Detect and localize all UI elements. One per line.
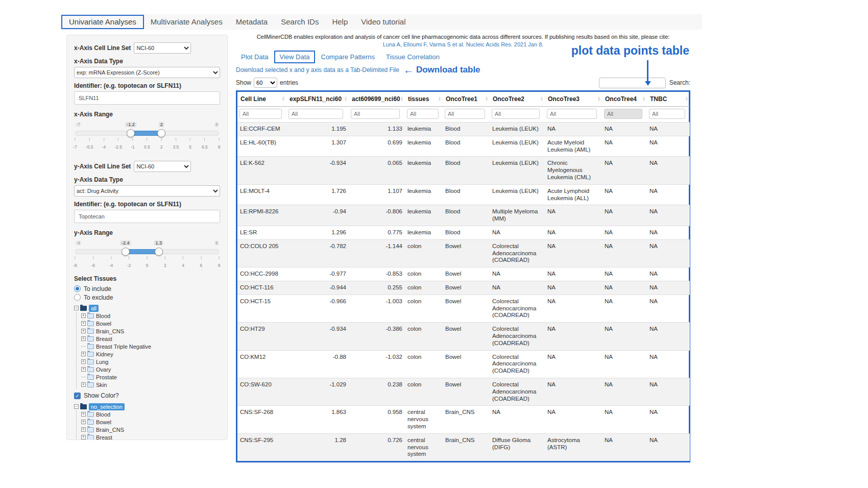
tree-item-ovary[interactable]: +Ovary <box>81 365 220 373</box>
sort-icon[interactable]: ▲▼ <box>485 96 488 102</box>
y-data-type-select[interactable]: act: Drug Activity <box>74 185 220 197</box>
expand-icon[interactable]: + <box>81 359 86 364</box>
nav-tab-video-tutorial[interactable]: Video tutorial <box>354 14 412 30</box>
y-slider-handle-to[interactable] <box>155 248 163 256</box>
column-header-tissues[interactable]: tissues▲▼ <box>405 92 443 107</box>
y-identifier-input[interactable] <box>74 210 220 223</box>
column-filter-oncotree3[interactable] <box>547 109 597 119</box>
filter-cell-expslfn11-nci60 <box>286 107 349 123</box>
sort-icon[interactable]: ▲▼ <box>642 96 645 102</box>
collapse-icon[interactable]: − <box>74 404 79 409</box>
expand-icon[interactable]: + <box>81 412 86 417</box>
tree-item-breast[interactable]: +Breast <box>81 335 220 343</box>
tree-item-breast[interactable]: +Breast <box>81 433 220 440</box>
tree-item-bowel[interactable]: +Bowel <box>81 418 220 426</box>
column-header-oncotree1[interactable]: OncoTree1▲▼ <box>443 92 490 107</box>
column-filter-oncotree4[interactable] <box>604 109 642 119</box>
slider-tick: -4 <box>109 256 113 269</box>
sort-icon[interactable]: ▲▼ <box>438 96 441 102</box>
expand-icon[interactable]: + <box>81 336 86 341</box>
data-table: Cell Line▲▼expSLFN11_nci60▲▼act609699_nc… <box>237 92 690 461</box>
tissue-radio-to-include[interactable]: To include <box>74 284 220 293</box>
sort-icon[interactable]: ▲▼ <box>685 96 688 102</box>
expand-icon[interactable]: + <box>81 427 86 432</box>
tree-item-skin[interactable]: +Skin <box>81 381 220 388</box>
slider-tick: 6 <box>200 256 202 269</box>
tree-item-prostate[interactable]: Prostate <box>81 373 220 381</box>
tissue-radio-group: To includeTo exclude <box>74 284 220 302</box>
y-slider-handle-from[interactable] <box>122 248 130 256</box>
tree-item-bowel[interactable]: +Bowel <box>81 320 220 327</box>
column-header-oncotree4[interactable]: OncoTree4▲▼ <box>602 92 647 107</box>
column-header-oncotree3[interactable]: OncoTree3▲▼ <box>545 92 602 107</box>
column-header-label: TNBC <box>650 95 667 103</box>
nav-tab-univariate-analyses[interactable]: Univariate Analyses <box>61 15 144 29</box>
expand-icon[interactable]: + <box>81 367 86 372</box>
column-filter-tnbc[interactable] <box>649 109 685 119</box>
tree-item-blood[interactable]: +Blood <box>81 312 220 320</box>
show-color-row[interactable]: Show Color? <box>74 391 220 400</box>
column-filter-oncotree1[interactable] <box>445 109 485 119</box>
y-slider-bar[interactable] <box>126 249 159 254</box>
tree-item-kidney[interactable]: +Kidney <box>81 350 220 358</box>
column-filter-act609699-nci60[interactable] <box>351 109 400 119</box>
collapse-icon[interactable]: − <box>74 306 79 310</box>
tree-item-brain-cns[interactable]: +Brain_CNS <box>81 426 220 433</box>
cell: NA <box>490 226 545 239</box>
tree-root-row-all[interactable]: −all <box>74 304 220 312</box>
sort-icon[interactable]: ▲▼ <box>344 96 347 102</box>
sort-icon[interactable]: ▲▼ <box>597 96 600 102</box>
x-identifier-input[interactable] <box>74 91 220 105</box>
expand-icon[interactable]: + <box>81 313 86 318</box>
column-filter-cell-line[interactable] <box>239 109 282 119</box>
tab-plot-data[interactable]: Plot Data <box>236 52 273 62</box>
sort-icon[interactable]: ▲▼ <box>400 96 403 102</box>
x-slider-handle-from[interactable] <box>127 129 135 137</box>
nav-tab-help[interactable]: Help <box>325 14 354 30</box>
sort-icon[interactable]: ▲▼ <box>282 96 285 102</box>
column-header-oncotree2[interactable]: OncoTree2▲▼ <box>490 92 545 107</box>
column-header-act609699-nci60[interactable]: act609699_nci60▲▼ <box>349 92 405 107</box>
column-filter-tissues[interactable] <box>407 109 439 119</box>
nav-tab-metadata[interactable]: Metadata <box>229 14 275 30</box>
tree-item-lung[interactable]: +Lung <box>81 358 220 365</box>
column-filter-expslfn11-nci60[interactable] <box>288 109 343 119</box>
column-header-tnbc[interactable]: TNBC▲▼ <box>647 92 690 107</box>
x-data-type-select[interactable]: exp: mRNA Expression (Z-Score) <box>74 67 220 78</box>
tree-item-blood[interactable]: +Blood <box>81 410 220 418</box>
tree-item-breast-triple-negative[interactable]: Breast Triple Negative <box>81 343 220 350</box>
search-input[interactable] <box>599 78 666 88</box>
x-slider-handle-to[interactable] <box>157 129 165 137</box>
expand-icon[interactable]: + <box>81 382 86 387</box>
expand-icon[interactable]: + <box>81 329 86 333</box>
download-link[interactable]: Download selected x and y axis data as a… <box>236 66 399 74</box>
expand-icon[interactable]: + <box>81 435 86 440</box>
show-color-checkbox[interactable] <box>74 393 81 399</box>
nav-tab-multivariate-analyses[interactable]: Multivariate Analyses <box>144 14 229 30</box>
x-cell-line-set-select[interactable]: NCI-60 <box>134 42 191 54</box>
slider-tick: -7 <box>73 138 77 151</box>
tree-item-brain-cns[interactable]: +Brain_CNS <box>81 327 220 335</box>
column-filter-oncotree2[interactable] <box>492 109 540 119</box>
expand-icon[interactable]: + <box>81 420 86 424</box>
x-slider-bar[interactable] <box>131 131 161 136</box>
column-header-cell-line[interactable]: Cell Line▲▼ <box>237 92 286 107</box>
nav-tab-search-ids[interactable]: Search IDs <box>274 14 325 30</box>
entries-select[interactable]: 60 <box>254 78 277 88</box>
sort-icon[interactable]: ▲▼ <box>540 96 543 102</box>
citation-text: CellMinerCDB enables exploration and ana… <box>236 34 690 40</box>
y-range-slider[interactable]: -8 8 -2.4 1.3 -8-6-4-202468 <box>75 240 219 267</box>
filter-cell-tissues <box>405 107 443 123</box>
y-cell-line-set-select[interactable]: NCI-60 <box>134 161 191 172</box>
expand-icon[interactable]: + <box>81 352 86 356</box>
column-header-expslfn11-nci60[interactable]: expSLFN11_nci60▲▼ <box>286 92 349 107</box>
tab-tissue-correlation[interactable]: Tissue Correlation <box>381 52 445 62</box>
expand-icon[interactable]: + <box>81 321 86 326</box>
tissue-radio-to-exclude[interactable]: To exclude <box>74 293 220 302</box>
tree-root-row-no-selection[interactable]: −no_selection <box>74 403 220 410</box>
x-range-slider[interactable]: -7 8 -1.2 2 -7-5.5-4-2.5-10.523.556.58 <box>75 122 219 149</box>
tab-compare-patterns[interactable]: Compare Patterns <box>316 52 380 62</box>
sidebar: x-Axis Cell Line Set NCI-60 x-Axis Data … <box>66 35 228 440</box>
cell: LE:HL-60(TB) <box>237 136 286 157</box>
tab-view-data[interactable]: View Data <box>274 51 315 63</box>
